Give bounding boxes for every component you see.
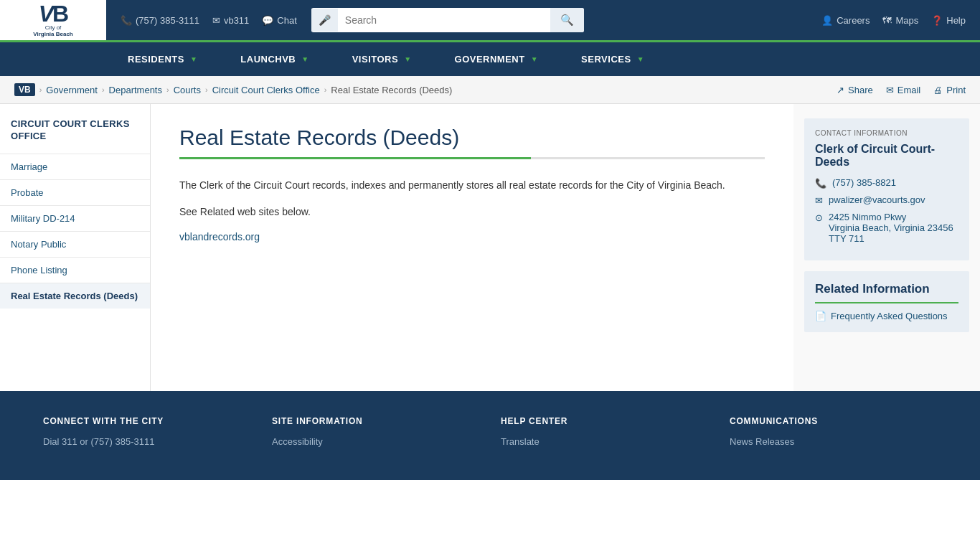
chat-link[interactable]: 💬 Chat — [262, 15, 296, 26]
vb-home-badge[interactable]: VB — [14, 83, 35, 96]
breadcrumb-current-page: Real Estate Records (Deeds) — [331, 85, 452, 95]
sidebar-item-marriage[interactable]: Marriage — [0, 154, 150, 179]
title-underline — [179, 157, 765, 159]
footer: CONNECT WITH THE CITY Dial 311 or (757) … — [0, 391, 980, 480]
footer-col-site-title: SITE INFORMATION — [272, 416, 479, 426]
print-button[interactable]: 🖨 Print — [933, 85, 966, 95]
email-button[interactable]: ✉ Email — [886, 85, 921, 95]
vb311-link[interactable]: ✉ vb311 — [212, 15, 249, 26]
chevron-down-icon: ▼ — [404, 55, 411, 63]
email-icon: ✉ — [815, 195, 823, 206]
contact-address-link[interactable]: 2425 Nimmo Pkwy Virginia Beach, Virginia… — [829, 212, 958, 244]
content-paragraph-1: The Clerk of the Circuit Court records, … — [179, 177, 765, 193]
page-title: Real Estate Records (Deeds) — [179, 126, 765, 150]
sidebar-title: CIRCUIT COURT CLERKS OFFICE — [0, 118, 150, 154]
careers-icon: 👤 — [821, 15, 833, 26]
related-info-title: Related Information — [815, 282, 958, 303]
faq-link[interactable]: 📄 Frequently Asked Questions — [815, 311, 958, 321]
search-bar: 🎤 🔍 — [311, 8, 584, 32]
careers-label: Careers — [837, 15, 870, 26]
sidebar-item-notary[interactable]: Notary Public — [0, 231, 150, 257]
main-layout: CIRCUIT COURT CLERKS OFFICE Marriage Pro… — [0, 104, 980, 391]
vb311-label: vb311 — [224, 15, 249, 26]
left-sidebar: CIRCUIT COURT CLERKS OFFICE Marriage Pro… — [0, 104, 151, 391]
footer-col-comms: COMMUNICATIONS News Releases — [730, 416, 937, 451]
footer-col-site: SITE INFORMATION Accessibility — [272, 416, 479, 451]
footer-col-help: HELP CENTER Translate — [501, 416, 708, 451]
careers-link[interactable]: 👤 Careers — [821, 15, 870, 26]
footer-dial-311-link[interactable]: Dial 311 or (757) 385-3111 — [43, 436, 250, 447]
footer-col-comms-title: COMMUNICATIONS — [730, 416, 937, 426]
breadcrumb: VB › Government › Departments › Courts ›… — [14, 83, 452, 96]
chevron-down-icon: ▼ — [301, 55, 308, 63]
footer-col-connect-title: CONNECT WITH THE CITY — [43, 416, 250, 426]
chat-label: Chat — [277, 15, 296, 26]
chevron-down-icon: ▼ — [637, 55, 644, 63]
breadcrumb-circuit-court[interactable]: Circuit Court Clerks Office — [212, 85, 320, 95]
breadcrumb-actions: ↗ Share ✉ Email 🖨 Print — [837, 85, 966, 95]
location-icon: ⊙ — [815, 212, 823, 223]
related-info-box: Related Information 📄 Frequently Asked Q… — [804, 271, 969, 332]
phone-icon: 📞 — [121, 15, 132, 26]
contact-email-item: ✉ pwalizer@vacourts.gov — [815, 194, 958, 206]
phone-link[interactable]: 📞 (757) 385-3111 — [121, 15, 199, 26]
email-icon: ✉ — [212, 15, 220, 26]
footer-col-connect: CONNECT WITH THE CITY Dial 311 or (757) … — [43, 416, 250, 451]
sidebar-item-phone[interactable]: Phone Listing — [0, 257, 150, 283]
maps-icon: 🗺 — [882, 15, 892, 26]
logo[interactable]: VB City ofVirginia Beach — [0, 0, 106, 40]
document-icon: 📄 — [815, 311, 826, 321]
nav-services[interactable]: SERVICES ▼ — [560, 42, 666, 76]
search-button[interactable]: 🔍 — [550, 8, 584, 32]
breadcrumb-separator: › — [166, 85, 169, 94]
breadcrumb-separator: › — [324, 85, 327, 94]
sidebar-item-probate[interactable]: Probate — [0, 179, 150, 205]
phone-icon: 📞 — [815, 178, 826, 189]
share-button[interactable]: ↗ Share — [837, 85, 873, 95]
mic-button[interactable]: 🎤 — [311, 9, 338, 32]
email-icon: ✉ — [886, 85, 894, 95]
breadcrumb-courts[interactable]: Courts — [174, 85, 201, 95]
footer-grid: CONNECT WITH THE CITY Dial 311 or (757) … — [43, 416, 937, 451]
share-icon: ↗ — [837, 85, 844, 95]
contact-phone-link[interactable]: (757) 385-8821 — [832, 177, 896, 188]
sidebar-item-real-estate[interactable]: Real Estate Records (Deeds) — [0, 283, 150, 309]
nav-residents[interactable]: RESIDENTS ▼ — [106, 42, 219, 76]
footer-translate-link[interactable]: Translate — [501, 436, 708, 447]
vblandrecords-link[interactable]: vblandrecords.org — [179, 231, 260, 242]
help-link[interactable]: ❓ Help — [931, 15, 966, 26]
right-sidebar: CONTACT INFORMATION Clerk of Circuit Cou… — [793, 104, 980, 391]
breadcrumb-government[interactable]: Government — [46, 85, 98, 95]
breadcrumb-bar: VB › Government › Departments › Courts ›… — [0, 76, 980, 104]
maps-label: Maps — [895, 15, 918, 26]
phone-number: (757) 385-3111 — [136, 15, 199, 26]
footer-accessibility-link[interactable]: Accessibility — [272, 436, 479, 447]
print-icon: 🖨 — [933, 85, 943, 95]
contact-address-item: ⊙ 2425 Nimmo Pkwy Virginia Beach, Virgin… — [815, 212, 958, 244]
chevron-down-icon: ▼ — [190, 55, 197, 63]
maps-link[interactable]: 🗺 Maps — [882, 15, 918, 26]
main-content: Real Estate Records (Deeds) The Clerk of… — [151, 104, 793, 391]
nav-government[interactable]: GOVERNMENT ▼ — [433, 42, 560, 76]
breadcrumb-separator: › — [205, 85, 208, 94]
breadcrumb-separator: › — [39, 85, 42, 94]
help-label: Help — [946, 15, 966, 26]
sidebar-nav: Marriage Probate Military DD-214 Notary … — [0, 154, 150, 309]
chat-icon: 💬 — [262, 15, 273, 26]
content-paragraph-2: See Related web sites below. — [179, 204, 765, 220]
contact-info-box: CONTACT INFORMATION Clerk of Circuit Cou… — [804, 118, 969, 260]
help-icon: ❓ — [931, 15, 943, 26]
nav-launchvb[interactable]: LAUNCHVB ▼ — [219, 42, 330, 76]
contact-info-label: CONTACT INFORMATION — [815, 129, 958, 137]
breadcrumb-departments[interactable]: Departments — [109, 85, 162, 95]
breadcrumb-separator: › — [102, 85, 105, 94]
nav-visitors[interactable]: VISITORS ▼ — [331, 42, 433, 76]
search-input[interactable] — [338, 9, 550, 32]
sidebar-item-military[interactable]: Military DD-214 — [0, 205, 150, 231]
contact-email-link[interactable]: pwalizer@vacourts.gov — [829, 194, 925, 205]
chevron-down-icon: ▼ — [531, 55, 538, 63]
footer-news-releases-link[interactable]: News Releases — [730, 436, 937, 447]
footer-col-help-title: HELP CENTER — [501, 416, 708, 426]
main-nav: RESIDENTS ▼ LAUNCHVB ▼ VISITORS ▼ GOVERN… — [0, 40, 980, 76]
contact-phone-item: 📞 (757) 385-8821 — [815, 177, 958, 189]
